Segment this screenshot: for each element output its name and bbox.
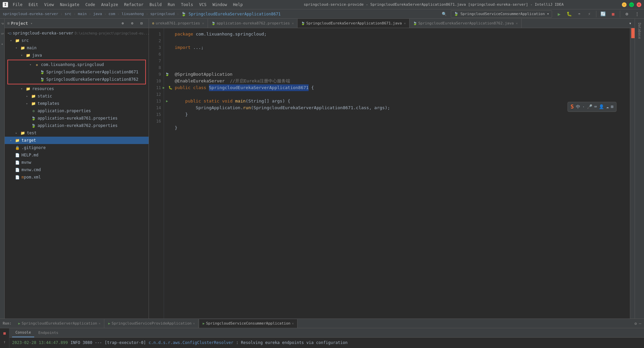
breadcrumb-src[interactable]: src (65, 12, 71, 16)
tree-root[interactable]: ▾ ◻ springcloud-eureka-server D:\xinchen… (5, 29, 149, 37)
method-run-icon[interactable]: ▶ (164, 98, 170, 105)
scroll-up-button[interactable]: ↑ (1, 338, 8, 346)
settings-button[interactable]: ⚙ (623, 10, 631, 18)
debug-button[interactable]: 🐛 (565, 10, 574, 18)
log-class-1: c.n.d.s.r.aws.ConfigClusterResolver (149, 339, 233, 346)
run-tab-eureka[interactable]: ▶ SpringcloudEurekaServerApplication ✕ (15, 319, 104, 328)
search-everywhere-icon[interactable]: 🔍 (441, 10, 448, 18)
tab-close-icon2[interactable]: ✕ (292, 21, 294, 25)
menu-analyze[interactable]: Analyze (98, 2, 121, 8)
tab-properties8761[interactable]: ⚙ ureka8761.properties ✕ (149, 19, 208, 28)
database-panel[interactable]: Database (636, 20, 643, 42)
tab-close-icon4[interactable]: ✕ (516, 21, 518, 25)
red-highlight-box: ▾ ◈ com.lixuanhong.springcloud 🍃 Springc… (7, 60, 146, 84)
run-config-selector[interactable]: 🍃 SpringcloudServiceConsummerApplication… (451, 10, 552, 18)
breadcrumb-springcloud[interactable]: springcloud (150, 12, 175, 16)
code-line-6 (175, 64, 626, 71)
run-tab-provide[interactable]: ▶ SpringcloudServiceProvideApplication ✕ (105, 319, 199, 328)
menu-help[interactable]: Help (230, 2, 246, 8)
sougou-icon: S (571, 103, 574, 110)
tree-target[interactable]: ▸ 📁 target (5, 137, 149, 144)
run-tab-close1[interactable]: ✕ (99, 322, 101, 325)
tabs-more-icon[interactable]: ▾ (626, 19, 635, 28)
run-sub-tabs: Console Endpoints (9, 328, 644, 338)
menu-edit[interactable]: Edit (26, 2, 41, 8)
editor-tabs: ⚙ ureka8761.properties ✕ 🍃 application-e… (149, 19, 635, 28)
menu-tools[interactable]: Tools (178, 2, 196, 8)
tab-close-icon[interactable]: ✕ (202, 21, 204, 25)
tree-src[interactable]: ▾ 📁 src (5, 37, 149, 44)
tab-properties8762[interactable]: 🍃 application-eureka8762.properties ✕ (208, 19, 298, 28)
update-button[interactable]: 🔄 (599, 10, 607, 18)
code-line-15: } (175, 125, 626, 131)
tab-app8671[interactable]: 🍃 SpringcloudEurekaServerApplication8671… (298, 19, 410, 28)
tree-helpmd[interactable]: 📄 HELP.md (5, 151, 149, 159)
endpoints-subtab[interactable]: Endpoints (35, 329, 62, 337)
menu-file[interactable]: File (10, 2, 25, 8)
folder-icon: 📁 (15, 38, 20, 43)
project-settings-icon[interactable]: ⚙ (128, 19, 137, 28)
run-panel-settings: ⚙ — (635, 321, 641, 326)
maximize-button[interactable]: □ (629, 2, 634, 7)
tree-mvnw[interactable]: 📄 mvnw (5, 159, 149, 166)
profile-button[interactable]: ⚡ (585, 10, 594, 18)
tree-java-folder[interactable]: ▾ 📁 java (5, 52, 149, 59)
tree-app8671[interactable]: 🍃 SpringcloudEurekaServerApplication8671 (8, 68, 145, 76)
tree-templates[interactable]: ▸ 📁 templates (5, 100, 149, 107)
tree-eureka8762-props[interactable]: 🍃 application-eureka8762.properties (5, 122, 149, 129)
menu-refactor[interactable]: Refactor (121, 2, 146, 8)
more-button[interactable]: ⋮ (633, 10, 641, 18)
tree-pomxml[interactable]: 📄 m pom.xml (5, 173, 149, 181)
breadcrumb-eureka-server[interactable]: springcloud-eureka-server (3, 12, 58, 16)
run-tab-consumer[interactable]: ▶ SpringcloudServiceConsummerApplication… (199, 319, 298, 328)
tree-resources[interactable]: ▾ 📁 resources (5, 85, 149, 92)
tree-mvnwcmd[interactable]: 📄 mvnw.cmd (5, 166, 149, 173)
tree-package[interactable]: ▾ ◈ com.lixuanhong.springcloud (8, 61, 145, 68)
project-collapse-icon[interactable]: ⊟ (137, 19, 146, 28)
menu-build[interactable]: Build (147, 2, 164, 8)
stop-button[interactable]: ■ (609, 10, 618, 18)
menu-code[interactable]: Code (83, 2, 98, 8)
tree-eureka8761-props[interactable]: 🍃 application-eureka8761.properties (5, 115, 149, 122)
breadcrumb-main[interactable]: main (78, 12, 87, 16)
spring-boot-gutter-icon[interactable]: 🍃 (164, 71, 170, 78)
log-msg-2: : Resolving eureka endpoints via configu… (236, 346, 347, 348)
stop-run-button[interactable]: ■ (1, 330, 8, 337)
toolbar-separator2 (620, 11, 620, 17)
run-tab-close3[interactable]: ✕ (292, 322, 294, 325)
tree-gitignore[interactable]: 🔒 .gitignore (5, 144, 149, 151)
console-subtab[interactable]: Console (12, 329, 34, 337)
run-tab-close2[interactable]: ✕ (193, 322, 195, 325)
tree-app8762[interactable]: 🍃 SpringcloudEurekaServerApplication8762 (8, 76, 145, 83)
settings-gear-icon[interactable]: ⚙ (635, 321, 637, 326)
tab-app8762[interactable]: 🍃 SpringcloudEurekaServerApplication8762… (410, 19, 522, 28)
menu-view[interactable]: View (42, 2, 57, 8)
breadcrumb-lixuanhong[interactable]: lixuanhong (122, 12, 144, 16)
code-line-10 (175, 91, 626, 98)
close-button[interactable]: ✕ (637, 2, 641, 7)
breadcrumb-com[interactable]: com (108, 12, 115, 16)
minimize-panel-icon[interactable]: — (639, 321, 641, 326)
code-editor[interactable]: 1 2 3 6 7 8 9 10 11 12 13 14 15 16 (149, 28, 635, 319)
separator-dot: · (582, 103, 585, 110)
input-method-hint: S 中 · 🎤 ⌨ 👤 ☁ ⊞ (568, 102, 616, 112)
menu-run[interactable]: Run (165, 2, 178, 8)
tree-test[interactable]: ▸ 📁 test (5, 129, 149, 137)
coverage-button[interactable]: ☂ (575, 10, 584, 18)
run-gutter-icon[interactable]: ▶ (161, 84, 166, 91)
menu-navigate[interactable]: Navigate (57, 2, 82, 8)
code-content[interactable]: package com.lixuanhong.springcloud; impo… (171, 28, 630, 319)
run-button[interactable]: ▶ (555, 10, 564, 18)
tree-static[interactable]: ▸ 📁 static (5, 92, 149, 100)
tab-close-icon3[interactable]: ✕ (404, 21, 406, 25)
folder-icon: 📁 (25, 86, 31, 91)
tree-main[interactable]: ▾ 📁 main (5, 44, 149, 52)
menu-window[interactable]: Window (210, 2, 229, 8)
project-path: D:\xincheng-project\springcloud-eu... (75, 31, 149, 35)
project-locate-icon[interactable]: ⊕ (118, 19, 127, 28)
minimize-button[interactable]: − (622, 2, 627, 7)
menu-vcs[interactable]: VCS (197, 2, 209, 8)
right-scrollbar[interactable] (630, 28, 635, 319)
breadcrumb-java[interactable]: java (93, 12, 102, 16)
tree-app-props[interactable]: ⚙ application.properties (5, 107, 149, 115)
